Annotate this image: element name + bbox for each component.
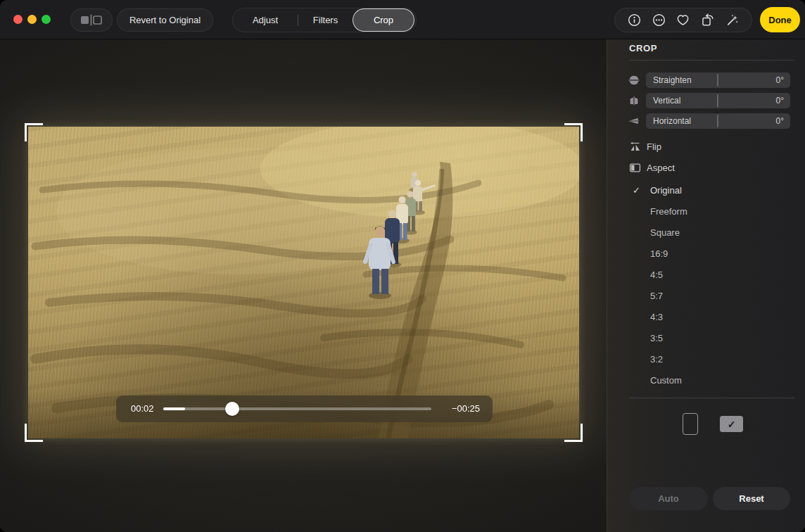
- aspect-label: Aspect: [647, 163, 675, 173]
- horizontal-label: Horizontal: [653, 116, 691, 126]
- info-button[interactable]: [626, 13, 642, 28]
- compare-icon: [79, 14, 104, 26]
- slider-tick: [717, 115, 718, 127]
- orientation-portrait-button[interactable]: [683, 413, 698, 435]
- crop-handle-bottom-left[interactable]: [25, 424, 43, 442]
- aspect-option-label: Freeform: [650, 206, 687, 217]
- remaining-time: −00:25: [452, 403, 480, 414]
- checkmark-icon: ✓: [633, 185, 640, 196]
- aspect-option-label: 5:7: [650, 291, 663, 301]
- crop-panel-title: CROP: [629, 43, 657, 53]
- aspect-option-label: Original: [650, 185, 682, 196]
- auto-enhance-icon[interactable]: [725, 13, 740, 28]
- done-button[interactable]: Done: [760, 7, 800, 32]
- orientation-landscape-button[interactable]: ✓: [720, 416, 743, 432]
- video-frame: 00:02 −00:25: [28, 127, 579, 438]
- aspect-option-freeform[interactable]: Freeform: [607, 205, 805, 219]
- more-options-button[interactable]: [651, 13, 666, 28]
- aspect-icon: [629, 162, 641, 174]
- aspect-option-3-5[interactable]: 3:5: [607, 331, 805, 346]
- close-window-button[interactable]: [13, 15, 23, 24]
- compare-before-after-button[interactable]: [70, 8, 113, 32]
- toolbar: [614, 8, 752, 32]
- straighten-value: 0°: [776, 75, 784, 85]
- vertical-perspective-icon: [628, 95, 640, 106]
- crop-area: 00:02 −00:25: [28, 127, 579, 438]
- zoom-window-button[interactable]: [42, 15, 51, 24]
- video-scrubber: 00:02 −00:25: [116, 395, 493, 422]
- aspect-option-label: Square: [650, 227, 680, 238]
- crop-sidebar: CROP Straighten 0°: [607, 39, 805, 532]
- edit-canvas: 00:02 −00:25: [0, 39, 607, 532]
- vertical-label: Vertical: [653, 96, 680, 106]
- divider: [629, 398, 794, 398]
- tab-adjust[interactable]: Adjust: [233, 8, 298, 32]
- aspect-option-square[interactable]: Square: [607, 226, 805, 240]
- crop-handle-bottom-right[interactable]: [564, 424, 583, 442]
- aspect-option-label: 3:2: [650, 354, 663, 365]
- auto-button[interactable]: Auto: [629, 487, 708, 510]
- straighten-label: Straighten: [653, 75, 692, 85]
- flip-icon: [629, 141, 641, 153]
- horizontal-perspective-icon: [628, 115, 640, 127]
- aspect-option-5-7[interactable]: 5:7: [607, 289, 805, 303]
- vertical-row: Vertical 0°: [607, 93, 805, 108]
- vertical-value: 0°: [776, 96, 784, 106]
- aspect-option-4-3[interactable]: 4:3: [607, 310, 805, 324]
- elapsed-time: 00:02: [131, 403, 154, 414]
- aspect-option-3-2[interactable]: 3:2: [607, 353, 805, 367]
- rotate-button[interactable]: [700, 13, 716, 28]
- crop-handle-top-right[interactable]: [564, 123, 583, 141]
- flip-label: Flip: [647, 141, 661, 152]
- aspect-option-label: Custom: [650, 375, 682, 386]
- aspect-option-label: 3:5: [650, 333, 663, 343]
- reset-button[interactable]: Reset: [713, 487, 790, 510]
- aspect-option-label: 4:3: [650, 312, 663, 322]
- tab-filters[interactable]: Filters: [298, 8, 353, 32]
- scrubber-played: [163, 407, 185, 410]
- video-frame-illustration: [28, 127, 579, 438]
- straighten-slider[interactable]: Straighten 0°: [646, 72, 790, 88]
- aspect-option-label: 16:9: [650, 248, 668, 259]
- edit-mode-segmented-control: Adjust Filters Crop: [232, 8, 417, 32]
- vertical-slider[interactable]: Vertical 0°: [646, 93, 790, 108]
- revert-to-original-button[interactable]: Revert to Original: [117, 8, 213, 32]
- titlebar: Revert to Original Adjust Filters Crop: [0, 0, 805, 39]
- scrubber-knob[interactable]: [225, 402, 239, 416]
- aspect-option-label: 4:5: [650, 270, 663, 280]
- crop-handle-top-left[interactable]: [25, 123, 43, 141]
- aspect-option-16-9[interactable]: 16:9: [607, 247, 805, 261]
- straighten-icon: [628, 75, 640, 86]
- minimize-window-button[interactable]: [27, 15, 37, 24]
- aspect-option-custom[interactable]: Custom: [607, 374, 805, 388]
- favorite-heart-button[interactable]: [676, 13, 691, 28]
- slider-tick: [717, 94, 718, 107]
- tab-crop[interactable]: Crop: [353, 8, 414, 32]
- aspect-option-original[interactable]: ✓ Original: [607, 184, 805, 198]
- horizontal-value: 0°: [776, 116, 784, 126]
- scrubber-track[interactable]: [163, 407, 431, 410]
- straighten-row: Straighten 0°: [607, 72, 805, 88]
- horizontal-slider[interactable]: Horizontal 0°: [646, 113, 790, 129]
- slider-tick: [717, 74, 718, 87]
- horizontal-row: Horizontal 0°: [607, 113, 805, 129]
- aspect-option-4-5[interactable]: 4:5: [607, 268, 805, 282]
- divider: [629, 60, 794, 61]
- photos-edit-window: Revert to Original Adjust Filters Crop: [0, 0, 805, 532]
